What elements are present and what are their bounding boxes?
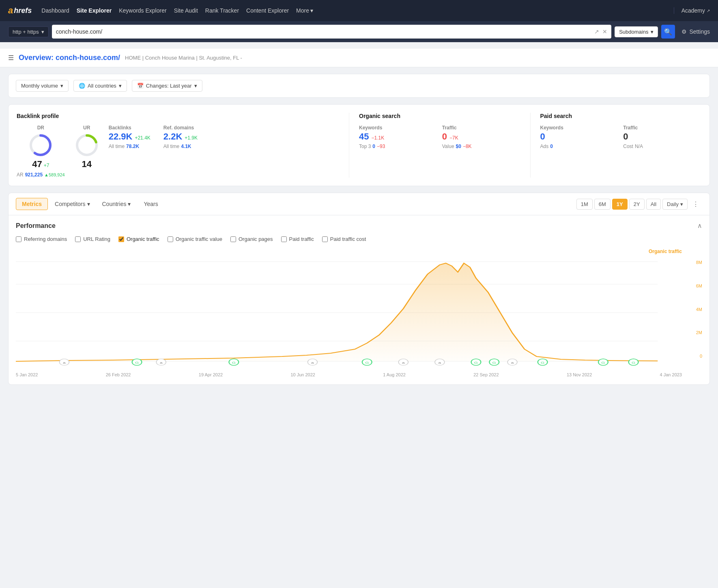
checkbox-organic-traffic[interactable]: Organic traffic	[118, 236, 159, 242]
ur-value: 14	[82, 159, 91, 169]
protocol-select[interactable]: http + https ▾	[8, 26, 49, 37]
x-label-aug2022: 1 Aug 2022	[383, 372, 406, 377]
organic-search-label: Organic search	[359, 113, 520, 119]
main-content: ☰ Overview: conch-house.com/ HOME | Conc…	[0, 42, 718, 391]
checkbox-input-paid-traffic[interactable]	[281, 236, 287, 242]
annotation-label: G	[632, 361, 635, 365]
time-2y[interactable]: 2Y	[629, 199, 645, 210]
time-1y[interactable]: 1Y	[612, 199, 628, 210]
y-label-4m: 4M	[696, 307, 702, 312]
dr-circle-svg	[28, 133, 53, 157]
organic-grid: Keywords 45 −1.1K Top 3 0 −93 Traffic	[359, 125, 520, 149]
changes-filter[interactable]: 📅 Changes: Last year ▾	[132, 80, 202, 92]
search-icon: 🔍	[664, 28, 672, 36]
chevron-down-icon: ▾	[41, 29, 44, 35]
annotation-label: G	[135, 361, 139, 365]
url-input-wrap: ↗ ✕	[52, 25, 611, 39]
y-label-0: 0	[700, 354, 702, 358]
url-input[interactable]	[56, 28, 591, 35]
checkbox-paid-traffic-cost[interactable]: Paid traffic cost	[322, 236, 366, 242]
performance-tabs: Metrics Competitors ▾ Countries ▾ Years …	[9, 193, 709, 215]
chart-legend: Organic traffic	[16, 249, 702, 254]
page-title: Overview: conch-house.com/	[19, 54, 120, 62]
chevron-down-icon: ▾	[194, 83, 197, 89]
y-label-8m: 8M	[696, 260, 702, 265]
tab-years[interactable]: Years	[138, 198, 164, 210]
hamburger-menu[interactable]: ☰	[8, 54, 14, 62]
all-countries-filter[interactable]: 🌐 All countries ▾	[73, 80, 127, 92]
annotation-label: a	[402, 361, 405, 365]
paid-search-column: Paid search Keywords 0 Ads 0 Traffic 0	[531, 113, 702, 178]
search-button[interactable]: 🔍	[661, 25, 675, 39]
nav-academy[interactable]: Academy ↗	[674, 7, 710, 14]
checkbox-input-url-rating[interactable]	[75, 236, 81, 242]
nav-keywords-explorer[interactable]: Keywords Explorer	[119, 7, 167, 14]
stats-section: Backlink profile DR 47 +7	[8, 104, 710, 186]
checkbox-input-organic-traffic[interactable]	[118, 236, 124, 242]
performance-title: Performance	[16, 222, 56, 230]
annotation-label: G	[601, 361, 605, 365]
checkbox-organic-traffic-value[interactable]: Organic traffic value	[168, 236, 222, 242]
checkbox-input-organic-pages[interactable]	[230, 236, 236, 242]
checkbox-input-paid-traffic-cost[interactable]	[322, 236, 328, 242]
backlink-inner: DR 47 +7 AR 921	[17, 125, 339, 178]
checkbox-referring-domains[interactable]: Referring domains	[16, 236, 67, 242]
chart-inner: a G a G a G a a	[16, 256, 682, 371]
ref-domains-change: +1.9K	[185, 135, 198, 141]
daily-dropdown[interactable]: Daily ▾	[662, 199, 688, 210]
nav-site-audit[interactable]: Site Audit	[174, 7, 198, 14]
tab-countries[interactable]: Countries ▾	[97, 198, 136, 210]
backlink-profile-column: Backlink profile DR 47 +7	[17, 113, 349, 178]
time-all[interactable]: All	[646, 199, 661, 210]
x-label-sep2022: 22 Sep 2022	[473, 372, 499, 377]
collapse-button[interactable]: ∧	[697, 222, 702, 230]
paid-search-label: Paid search	[540, 113, 702, 119]
checkbox-url-rating[interactable]: URL Rating	[75, 236, 110, 242]
performance-section: Metrics Competitors ▾ Countries ▾ Years …	[8, 193, 710, 385]
filters-bar: Monthly volume ▾ 🌐 All countries ▾ 📅 Cha…	[8, 74, 710, 98]
dr-change: +7	[44, 163, 49, 168]
logo[interactable]: a hrefs	[8, 5, 32, 16]
clear-input-icon[interactable]: ✕	[602, 28, 607, 35]
time-controls: 1M 6M 1Y 2Y All Daily ▾ ⋮	[576, 198, 702, 210]
annotation-label: a	[511, 361, 514, 365]
checkbox-organic-pages[interactable]: Organic pages	[230, 236, 273, 242]
nav-rank-tracker[interactable]: Rank Tracker	[205, 7, 239, 14]
top-navigation: a hrefs Dashboard Site Explorer Keywords…	[0, 0, 718, 21]
paid-traffic-stat: Traffic 0 Cost N/A	[623, 125, 701, 149]
annotation-label: G	[232, 361, 236, 365]
annotation-label: G	[492, 361, 496, 365]
chart-area-fill	[16, 263, 658, 361]
dr-circle	[28, 133, 53, 157]
backlink-profile-label: Backlink profile	[17, 113, 339, 119]
nav-more-dropdown[interactable]: More ▾	[296, 7, 313, 14]
logo-a: a	[8, 5, 13, 16]
tab-competitors[interactable]: Competitors ▾	[49, 198, 95, 210]
more-options-icon[interactable]: ⋮	[689, 198, 702, 210]
chevron-down-icon: ▾	[60, 83, 63, 89]
monthly-volume-filter[interactable]: Monthly volume ▾	[16, 80, 69, 92]
nav-dashboard[interactable]: Dashboard	[41, 7, 69, 14]
chevron-down-icon: ▾	[119, 83, 122, 89]
ur-label: UR	[83, 125, 90, 131]
ref-domains-value: 2.2K	[163, 131, 182, 142]
time-6m[interactable]: 6M	[594, 199, 611, 210]
page-header: ☰ Overview: conch-house.com/ HOME | Conc…	[0, 49, 718, 67]
settings-button[interactable]: ⚙ Settings	[681, 28, 710, 35]
checkbox-input-organic-traffic-value[interactable]	[168, 236, 173, 242]
checkbox-paid-traffic[interactable]: Paid traffic	[281, 236, 314, 242]
nav-site-explorer[interactable]: Site Explorer	[77, 7, 112, 14]
annotation-label: G	[541, 361, 544, 365]
paid-keywords-stat: Keywords 0 Ads 0	[540, 125, 619, 149]
nav-content-explorer[interactable]: Content Explorer	[246, 7, 289, 14]
external-link-icon[interactable]: ↗	[594, 28, 599, 35]
tab-metrics[interactable]: Metrics	[16, 198, 48, 210]
external-link-icon: ↗	[707, 9, 710, 13]
checkbox-input-referring-domains[interactable]	[16, 236, 21, 242]
breadcrumb: HOME | Conch House Marina | St. Augustin…	[125, 55, 242, 61]
x-label-jan2022: 5 Jan 2022	[16, 372, 38, 377]
organic-search-column: Organic search Keywords 45 −1.1K Top 3 0…	[349, 113, 531, 178]
time-1m[interactable]: 1M	[576, 199, 593, 210]
x-label-jun2022: 10 Jun 2022	[290, 372, 315, 377]
subdomain-select[interactable]: Subdomains ▾	[615, 26, 658, 37]
